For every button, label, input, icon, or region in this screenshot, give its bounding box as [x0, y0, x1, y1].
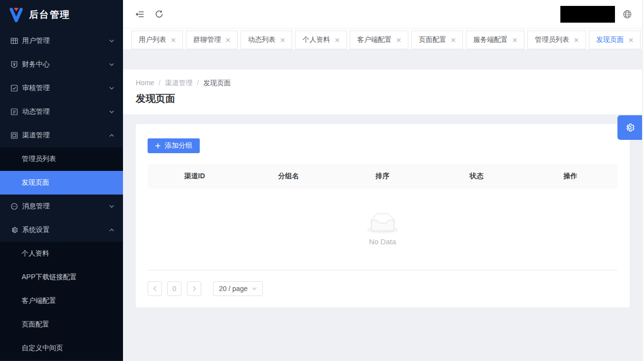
chevron-down-icon: [109, 205, 114, 208]
close-icon[interactable]: [397, 38, 401, 42]
sidebar-item-label: 用户管理: [22, 36, 109, 45]
main-area: 用户列表 群聊管理 动态列表 个人资料 客户端配置 页面配置 服务端配置 管理: [123, 0, 642, 361]
close-icon[interactable]: [171, 38, 176, 42]
close-icon[interactable]: [451, 38, 456, 42]
add-group-button[interactable]: 添加分组: [148, 138, 200, 153]
chevron-down-icon: [109, 87, 114, 90]
gear-icon: [624, 122, 635, 133]
sidebar: 后台管理 用户管理 财务中心 审核管理: [0, 0, 123, 361]
pagination-prev-button[interactable]: [148, 281, 162, 296]
tab-page-config[interactable]: 页面配置: [411, 31, 463, 49]
chevron-down-icon: [109, 39, 114, 42]
page-header-section: Home / 渠道管理 / 发现页面 发现页面: [123, 69, 642, 114]
column-header-actions: 操作: [523, 172, 617, 181]
empty-state-text: No Data: [369, 237, 396, 246]
sidebar-menu: 用户管理 财务中心 审核管理 动态管理: [0, 29, 123, 360]
close-icon[interactable]: [280, 38, 285, 42]
sidebar-item-label: 页面配置: [22, 320, 114, 329]
tab-label: 页面配置: [419, 35, 446, 44]
plus-icon: [155, 143, 161, 149]
scrollbar-track[interactable]: [642, 0, 644, 361]
pagination-current-page: 0: [167, 281, 182, 296]
tab-label: 管理员列表: [535, 35, 569, 44]
sidebar-item-admin-list[interactable]: 管理员列表: [0, 147, 123, 171]
top-header: [123, 0, 642, 28]
menu-fold-icon[interactable]: [135, 10, 144, 18]
tab-label: 群聊管理: [193, 35, 221, 44]
breadcrumb-separator: /: [158, 78, 160, 88]
sidebar-item-discover-page[interactable]: 发现页面: [0, 171, 123, 195]
sidebar-item-label: 个人资料: [22, 249, 114, 258]
tab-group-chat-management[interactable]: 群聊管理: [186, 31, 238, 49]
chevron-up-icon: [109, 229, 114, 231]
layout-box-icon: [10, 131, 18, 139]
sidebar-item-custom-intermediate-page[interactable]: 自定义中间页: [0, 336, 123, 360]
reload-icon[interactable]: [155, 10, 163, 18]
content-card: 添加分组 渠道ID 分组名 排序 状态 操作 No Data: [136, 124, 630, 307]
channel-management-submenu: 管理员列表 发现页面: [0, 147, 123, 195]
sidebar-item-label: 动态管理: [22, 107, 109, 116]
close-icon[interactable]: [226, 38, 230, 42]
sidebar-item-page-config[interactable]: 页面配置: [0, 313, 123, 336]
tab-label: 个人资料: [303, 35, 330, 44]
content-area: Home / 渠道管理 / 发现页面 发现页面 添加分组 渠道ID 分组名 排序…: [123, 49, 642, 361]
tab-dynamic-list[interactable]: 动态列表: [241, 31, 292, 49]
tab-user-list[interactable]: 用户列表: [131, 31, 183, 49]
breadcrumb-current: 发现页面: [203, 78, 231, 88]
tab-discover-page[interactable]: 发现页面: [589, 31, 641, 49]
sidebar-item-user-management[interactable]: 用户管理: [0, 29, 123, 53]
sidebar-item-label: 自定义中间页: [22, 344, 114, 353]
chevron-down-icon: [252, 287, 257, 290]
user-account-box[interactable]: [560, 6, 615, 23]
chevron-down-icon: [109, 63, 114, 66]
globe-language-icon[interactable]: [623, 10, 632, 19]
breadcrumb-home[interactable]: Home: [136, 78, 154, 88]
sidebar-item-app-download-link-config[interactable]: APP下载链接配置: [0, 265, 123, 289]
sidebar-item-message-management[interactable]: 消息管理: [0, 195, 123, 218]
breadcrumb-channel-management[interactable]: 渠道管理: [165, 78, 192, 88]
page-size-label: 20 / page: [219, 285, 247, 293]
sidebar-item-client-config[interactable]: 客户端配置: [0, 289, 123, 313]
app-title: 后台管理: [29, 8, 70, 21]
close-icon[interactable]: [629, 38, 633, 42]
tab-server-config[interactable]: 服务端配置: [466, 31, 524, 49]
sidebar-item-label: 客户端配置: [22, 296, 114, 305]
chevron-up-icon: [109, 134, 114, 137]
theme-settings-button[interactable]: [617, 115, 642, 140]
tab-client-config[interactable]: 客户端配置: [350, 31, 408, 49]
close-icon[interactable]: [574, 38, 579, 42]
sidebar-item-label: 审核管理: [22, 84, 109, 93]
tab-admin-list[interactable]: 管理员列表: [527, 31, 586, 49]
tab-label: 用户列表: [139, 35, 166, 44]
column-header-channel-id: 渠道ID: [148, 172, 242, 181]
column-header-sort: 排序: [336, 172, 429, 181]
tab-label: 服务端配置: [473, 35, 508, 44]
column-header-status: 状态: [429, 172, 523, 181]
add-group-button-label: 添加分组: [165, 141, 192, 150]
tab-personal-profile[interactable]: 个人资料: [295, 31, 347, 49]
table-header-row: 渠道ID 分组名 排序 状态 操作: [148, 164, 617, 189]
sidebar-item-dynamic-management[interactable]: 动态管理: [0, 100, 123, 124]
sidebar-item-audit-management[interactable]: 审核管理: [0, 76, 123, 100]
sidebar-item-finance-center[interactable]: 财务中心: [0, 53, 123, 76]
sidebar-item-label: 管理员列表: [22, 155, 114, 164]
check-square-icon: [10, 84, 18, 92]
app-logo-row: 后台管理: [0, 0, 123, 29]
sidebar-item-label: 渠道管理: [22, 131, 109, 140]
column-header-group-name: 分组名: [242, 172, 336, 181]
pagination-next-button[interactable]: [187, 281, 201, 296]
money-icon: [10, 61, 18, 68]
sidebar-item-channel-management[interactable]: 渠道管理: [0, 124, 123, 147]
empty-box-icon: [367, 213, 399, 233]
close-icon[interactable]: [335, 38, 339, 42]
tab-bar: 用户列表 群聊管理 动态列表 个人资料 客户端配置 页面配置 服务端配置 管理: [123, 28, 642, 49]
breadcrumb-separator: /: [197, 78, 199, 88]
tab-label: 客户端配置: [357, 35, 392, 44]
page-size-select[interactable]: 20 / page: [213, 281, 263, 296]
table-icon: [10, 37, 18, 45]
sidebar-item-personal-profile[interactable]: 个人资料: [0, 242, 123, 265]
close-icon[interactable]: [513, 38, 517, 42]
sidebar-item-system-settings[interactable]: 系统设置: [0, 218, 123, 242]
breadcrumb: Home / 渠道管理 / 发现页面: [136, 78, 629, 88]
list-box-icon: [10, 108, 18, 116]
